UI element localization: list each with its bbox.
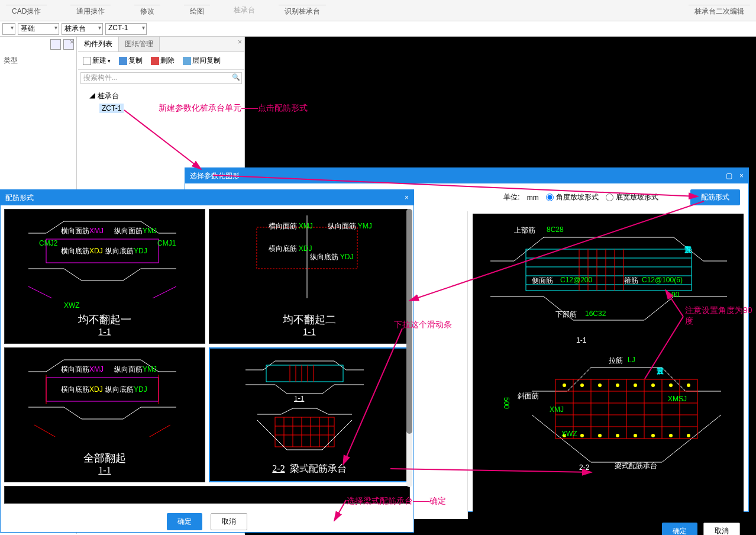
ribbon-group-draw[interactable]: 绘图 <box>184 4 210 18</box>
svg-point-28 <box>651 383 655 387</box>
floor-icon <box>183 57 191 65</box>
floor-copy-button[interactable]: 层间复制 <box>180 54 223 67</box>
lbl-topval: 8C28 <box>547 225 564 234</box>
ribbon-group-cad[interactable]: CAD操作 <box>6 4 47 18</box>
preview-title: 梁式配筋承台 <box>615 455 657 472</box>
svg-point-26 <box>616 383 619 387</box>
tree-item-zct1[interactable]: ZCT-1 <box>80 102 242 114</box>
copy-icon <box>119 57 127 65</box>
thumb-no-flip-2[interactable]: 横向面筋 XMJ 纵向面筋 YMJ 横向底筋 XDJ 纵向底筋 YDJ 均不翻起… <box>209 209 410 344</box>
dd-empty[interactable] <box>2 23 15 35</box>
ok-button[interactable]: 确定 <box>662 523 697 535</box>
close-icon[interactable]: × <box>405 194 409 202</box>
dlg2-scrollbar[interactable] <box>406 209 412 487</box>
thumb-title: 全部翻起 <box>83 451 126 465</box>
close-icon[interactable]: × <box>70 38 74 46</box>
svg-point-37 <box>669 434 673 437</box>
thumb-all-flip[interactable]: 横向面筋XMJ 纵向面筋YMJ 横向底筋XDJ 纵向底筋YDJ 全部翻起 1-1 <box>4 347 205 482</box>
dialog-titlebar[interactable]: 配筋形式 × <box>1 190 413 205</box>
svg-point-24 <box>580 383 584 387</box>
shape-preview: 上部筋 8C28 侧面筋 C12@200 箍筋 C12@100(6) 下部筋 1… <box>473 214 744 517</box>
thumb-sub: 1-1 <box>98 465 111 476</box>
copy-button[interactable]: 复制 <box>117 54 145 67</box>
thumb-title: 均不翻起一 <box>78 312 131 327</box>
delete-icon <box>151 57 159 65</box>
lbl-botval: 16C32 <box>585 310 606 318</box>
ribbon-group-general[interactable]: 通用操作 <box>70 4 111 18</box>
thumb-beam-rebar[interactable]: 1-1 2-2 梁式配筋承台 <box>209 347 410 482</box>
ribbon: CAD操作 通用操作 修改 绘图 桩承台 识别桩承台 桩承台二次编辑 <box>0 0 756 21</box>
ribbon-group-recognize[interactable]: 识别桩承台 <box>279 4 326 18</box>
ribbon-group-partial: 桩承台 <box>234 5 255 15</box>
svg-point-33 <box>598 434 602 437</box>
ok-button[interactable]: 确定 <box>167 513 202 530</box>
radio-angle[interactable]: 角度放坡形式 <box>546 192 599 202</box>
rebar-form-dialog: 配筋形式 × 横向面筋XMJ 纵向面筋YMJ 横向底筋XDJ 纵向底筋YDJ C… <box>0 189 414 533</box>
lbl-xmsj: XMSJ <box>668 395 687 403</box>
unit-value: mm <box>527 194 539 202</box>
lbl-h: 500 <box>502 397 511 409</box>
lbl-xwz: XWZ <box>561 430 577 438</box>
panel-tabs: 构件列表 图纸管理 <box>78 37 244 52</box>
thumb-title: 梁式配筋承台 <box>290 463 347 475</box>
svg-point-35 <box>634 434 637 437</box>
close-icon[interactable]: × <box>739 172 744 180</box>
thumb-no-flip-1[interactable]: 横向面筋XMJ 纵向面筋YMJ 横向底筋XDJ 纵向底筋YDJ CMJ2 CMJ… <box>4 209 205 344</box>
lbl-top: 上部筋 <box>514 225 535 236</box>
list-icon[interactable] <box>50 39 61 50</box>
lbl-sec1: 1-1 <box>576 329 586 347</box>
svg-point-32 <box>580 434 584 437</box>
tab-drawing-mgmt[interactable]: 图纸管理 <box>119 37 160 51</box>
radio-width[interactable]: 底宽放坡形式 <box>606 192 658 202</box>
svg-point-25 <box>598 383 602 387</box>
svg-point-36 <box>651 434 655 437</box>
svg-rect-45 <box>266 365 343 382</box>
thumb-title: 均不翻起二 <box>283 312 336 327</box>
svg-point-29 <box>669 383 673 387</box>
lbl-side: 侧面筋 <box>532 276 553 286</box>
file-icon <box>83 57 91 65</box>
dialog2-footer: 确定 取消 <box>1 508 413 535</box>
dialog-title: 配筋形式 <box>5 193 34 203</box>
rebar-form-body: 横向面筋XMJ 纵向面筋YMJ 横向底筋XDJ 纵向底筋YDJ CMJ2 CMJ… <box>1 205 413 508</box>
dd-category[interactable]: 基础 <box>18 23 59 35</box>
lbl-sideval: C12@200 <box>560 276 592 284</box>
panel-toolbar: 新建▾ 复制 删除 层间复制 <box>78 52 244 70</box>
maximize-icon[interactable]: ▢ <box>726 172 732 180</box>
lbl-bot: 下部筋 <box>555 310 577 320</box>
ribbon-group-modify[interactable]: 修改 <box>134 4 160 18</box>
ribbon-group-edit2[interactable]: 桩承台二次编辑 <box>689 4 750 18</box>
component-tree: ◢ 桩承台 ZCT-1 <box>78 86 244 118</box>
new-button[interactable]: 新建▾ <box>80 54 113 67</box>
lbl-angle: 90 <box>671 291 679 299</box>
rebar-form-button[interactable]: 配筋形式 <box>690 189 740 205</box>
lbl-hoopval: C12@100(6) <box>642 276 683 284</box>
tree-root[interactable]: ◢ 桩承台 <box>80 90 242 102</box>
svg-point-34 <box>616 434 619 437</box>
dd-item[interactable]: ZCT-1 <box>105 23 147 35</box>
cancel-button[interactable]: 取消 <box>211 513 247 530</box>
lbl-tieval: LJ <box>628 356 635 364</box>
svg-point-27 <box>634 383 637 387</box>
dialog-titlebar[interactable]: 选择参数化图形 ▢ × <box>185 168 748 183</box>
dialog-title: 选择参数化图形 <box>190 171 240 181</box>
lbl-sec2: 2-2 <box>579 456 589 474</box>
svg-point-38 <box>687 434 690 437</box>
lbl-slant: 斜面筋 <box>518 391 539 401</box>
svg-point-23 <box>563 383 566 387</box>
lbl-hoop: 箍筋 <box>624 276 638 286</box>
delete-button[interactable]: 删除 <box>148 54 177 67</box>
close-icon[interactable]: × <box>238 38 242 46</box>
svg-point-30 <box>687 383 690 387</box>
thumb-sub: 1-1 <box>98 327 111 337</box>
type-label: 类型 <box>0 52 76 69</box>
cancel-button[interactable]: 取消 <box>703 523 740 535</box>
dd-type[interactable]: 桩承台 <box>62 23 103 35</box>
unit-label: 单位: <box>503 192 519 202</box>
search-input[interactable]: 搜索构件... <box>80 72 242 84</box>
tab-component-list[interactable]: 构件列表 <box>78 37 119 51</box>
scroll-thumb[interactable] <box>406 209 412 434</box>
thumb-sub: 2-2 <box>272 463 285 474</box>
lbl-tie: 拉筋 <box>609 356 623 366</box>
dropdown-bar: 基础 桩承台 ZCT-1 <box>0 21 756 37</box>
